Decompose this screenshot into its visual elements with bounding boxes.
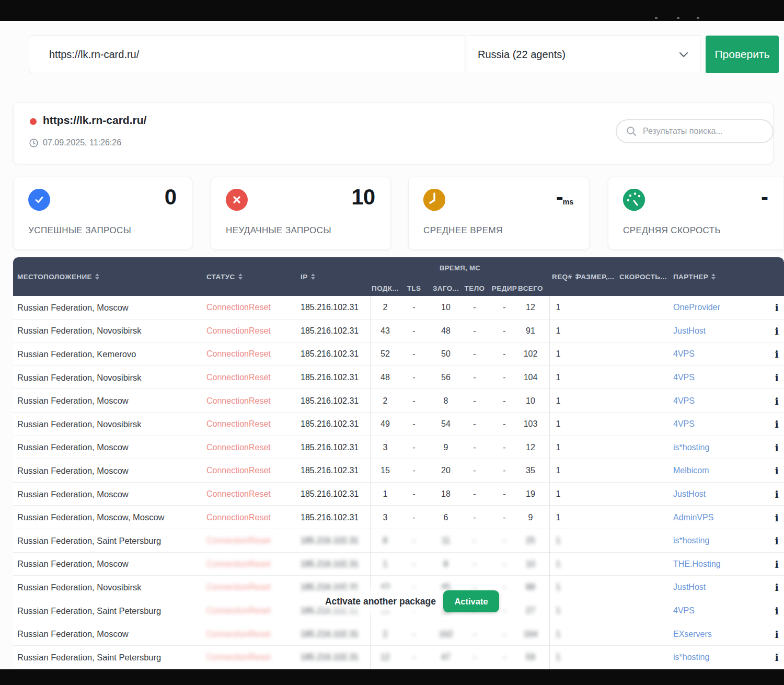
cell-req-count: 1 (549, 553, 568, 576)
cell-status: ConnectionReset (206, 506, 271, 529)
partner-link[interactable]: THE.Hosting (673, 553, 721, 576)
info-icon[interactable]: i (770, 459, 783, 483)
partner-link[interactable]: JustHost (673, 576, 706, 599)
partner-link[interactable]: Melbicom (673, 459, 709, 483)
table-row: Russian Federation, Moscow, Moscow Conne… (13, 506, 784, 529)
cell-headers-time: 47 (430, 646, 462, 669)
cell-status: ConnectionReset (206, 413, 271, 436)
info-icon[interactable]: i (770, 296, 783, 319)
stat-value: - (761, 185, 768, 210)
partner-link[interactable]: is*hosting (673, 529, 709, 553)
info-icon[interactable]: i (770, 413, 783, 436)
cell-location: Russian Federation, Novosibirsk (17, 366, 142, 390)
region-select[interactable]: Russia (22 agents) (467, 36, 700, 73)
cell-ip: 185.216.102.31 (301, 296, 359, 319)
info-icon[interactable]: i (770, 622, 783, 646)
info-icon[interactable]: i (770, 436, 783, 460)
partner-link[interactable]: AdminVPS (673, 506, 713, 529)
info-icon[interactable]: i (770, 319, 783, 343)
stat-card-avg-time: -ms СРЕДНЕЕ ВРЕМЯ (408, 177, 590, 250)
cell-headers-time: 20 (430, 459, 462, 483)
table-row: Russian Federation, Moscow ConnectionRes… (13, 436, 784, 460)
stat-value: -ms (556, 185, 573, 210)
check-button[interactable]: Проверить (706, 36, 779, 73)
info-icon[interactable]: i (770, 483, 783, 506)
col-header-partner[interactable]: ПАРТНЕР (673, 257, 716, 296)
cell-status: ConnectionReset (206, 553, 271, 576)
col-header-ip[interactable]: IP (301, 257, 315, 296)
cell-total-time: 35 (515, 459, 546, 483)
activate-button[interactable]: Activate (443, 590, 499, 612)
cell-headers-time: 11 (430, 529, 462, 553)
cell-tls-time: - (398, 436, 430, 460)
cell-connect-time: 2 (370, 389, 401, 413)
cell-headers-time: 48 (430, 319, 462, 343)
cell-total-time: 25 (515, 529, 546, 553)
cell-connect-time: 1 (370, 483, 401, 506)
info-icon[interactable]: i (770, 599, 783, 623)
info-icon[interactable]: i (770, 553, 783, 576)
url-input[interactable] (29, 36, 465, 73)
partner-link[interactable]: JustHost (673, 319, 706, 343)
cell-ip: 185.216.102.31 (301, 529, 359, 553)
table-row: Russian Federation, Moscow ConnectionRes… (13, 553, 784, 576)
clock-outline-icon (29, 139, 38, 147)
search-icon (626, 126, 637, 136)
cell-req-count: 1 (549, 389, 568, 413)
info-icon[interactable]: i (770, 342, 783, 366)
url-input-box (29, 36, 465, 73)
partner-link[interactable]: OneProvider (673, 296, 720, 319)
cell-total-time: 10 (515, 553, 546, 576)
cell-connect-time: 52 (370, 342, 401, 366)
col-header-req[interactable]: REQ# (552, 257, 579, 296)
cell-connect-time: 2 (370, 622, 401, 646)
info-icon[interactable]: i (770, 389, 783, 413)
cell-connect-time: 48 (370, 366, 401, 390)
partner-link[interactable]: is*hosting (673, 646, 709, 669)
cell-connect-time: 3 (370, 506, 401, 529)
cell-connect-time: 49 (370, 413, 401, 436)
cell-total-time: 88 (515, 576, 546, 599)
partner-link[interactable]: 4VPS (673, 389, 695, 413)
speedometer-icon (623, 189, 645, 211)
cell-req-count: 1 (549, 366, 568, 390)
info-icon[interactable]: i (770, 576, 783, 599)
cell-status: ConnectionReset (206, 366, 271, 390)
cell-ip: 185.216.102.31 (301, 319, 359, 343)
cell-location: Russian Federation, Moscow (17, 622, 129, 646)
cell-req-count: 1 (549, 342, 568, 366)
info-icon[interactable]: i (770, 506, 783, 529)
cell-headers-time: 6 (430, 506, 462, 529)
cell-ip: 185.216.102.31 (301, 506, 359, 529)
partner-link[interactable]: 4VPS (673, 413, 695, 436)
table-header: МЕСТОПОЛОЖЕНИЕ СТАТУС IP ВРЕМЯ, МС ПОДК.… (13, 257, 784, 296)
cell-body-time: - (459, 413, 490, 436)
search-input[interactable] (643, 127, 763, 136)
cell-tls-time: - (398, 529, 430, 553)
col-header-speed: СКОРОСТЬ... (619, 257, 667, 296)
partner-link[interactable]: 4VPS (673, 342, 695, 366)
cell-ip: 185.216.102.31 (301, 483, 359, 506)
cell-status: ConnectionReset (206, 319, 271, 343)
info-icon[interactable]: i (770, 529, 783, 553)
partner-link[interactable]: 4VPS (673, 366, 695, 390)
col-header-status[interactable]: СТАТУС (206, 257, 243, 296)
sort-icon (95, 273, 99, 280)
info-icon[interactable]: i (770, 366, 783, 390)
cell-req-count: 1 (549, 506, 568, 529)
cell-tls-time: - (398, 483, 430, 506)
cell-body-time: - (459, 296, 490, 319)
partner-link[interactable]: EXservers (673, 622, 712, 646)
cell-tls-time: - (398, 506, 430, 529)
partner-link[interactable]: is*hosting (673, 436, 709, 460)
cell-body-time: - (459, 389, 490, 413)
partner-link[interactable]: 4VPS (673, 599, 695, 623)
partner-link[interactable]: JustHost (673, 483, 706, 506)
cell-status: ConnectionReset (206, 459, 271, 483)
cell-location: Russian Federation, Moscow (17, 389, 129, 413)
cell-status: ConnectionReset (206, 483, 271, 506)
col-header-location[interactable]: МЕСТОПОЛОЖЕНИЕ (17, 257, 99, 296)
table-row: Russian Federation, Moscow ConnectionRes… (13, 483, 784, 506)
cell-body-time: - (459, 529, 490, 553)
info-icon[interactable]: i (770, 646, 783, 669)
